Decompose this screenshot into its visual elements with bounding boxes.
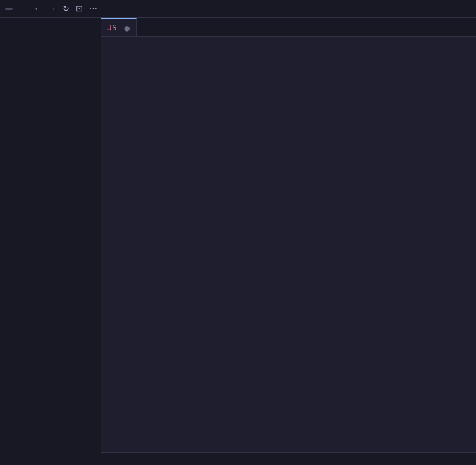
- title-icons: ← → ↻ ⊡ ⋯: [32, 3, 99, 14]
- tab-bar: JS ●: [101, 18, 476, 37]
- open-editor-button[interactable]: [5, 8, 13, 10]
- refresh-icon[interactable]: ↻: [61, 3, 71, 14]
- title-bar: ← → ↻ ⊡ ⋯: [0, 0, 476, 18]
- line-numbers: [101, 37, 128, 452]
- status-bar: [101, 452, 476, 465]
- back-icon[interactable]: ←: [32, 3, 44, 14]
- tab-keep-alive[interactable]: JS ●: [101, 18, 137, 36]
- split-icon[interactable]: ⊡: [74, 3, 85, 14]
- code-content[interactable]: [128, 37, 476, 452]
- main-layout: JS ●: [0, 18, 476, 465]
- tab-file-icon: JS: [107, 23, 116, 32]
- more-icon[interactable]: ⋯: [87, 3, 99, 14]
- file-explorer: [0, 18, 101, 465]
- editor-panel: JS ●: [101, 18, 476, 465]
- tab-close-icon[interactable]: ●: [124, 23, 129, 32]
- forward-icon[interactable]: →: [46, 3, 58, 14]
- code-area: [101, 37, 476, 452]
